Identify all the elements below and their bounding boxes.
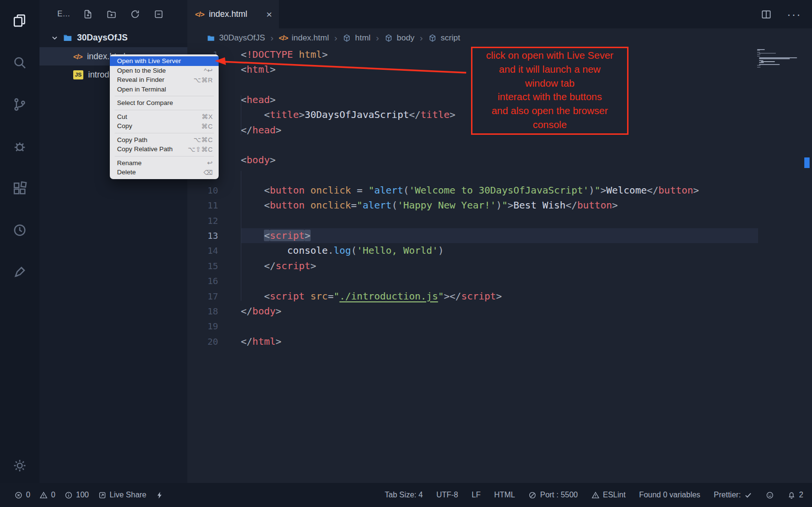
status-item-html[interactable]: HTML [494, 491, 515, 499]
line-number-17[interactable]: 17 [187, 289, 241, 304]
timeline-icon[interactable] [12, 222, 27, 238]
line-number-18[interactable]: 18 [187, 304, 241, 319]
line-number-12[interactable]: 12 [187, 213, 241, 228]
menu-separator [115, 133, 214, 133]
menu-separator [115, 156, 214, 156]
status-item-utf-8[interactable]: UTF-8 [436, 491, 458, 499]
breadcrumb-label: html [355, 33, 370, 43]
menu-item-shortcut: ⌥⇧⌘C [188, 145, 213, 153]
indent-guide [241, 95, 241, 135]
code-line-7[interactable] [241, 138, 758, 153]
split-editor-icon[interactable] [761, 9, 772, 20]
new-file-icon[interactable] [83, 9, 93, 19]
breadcrumb-item-index-html[interactable]: </>index.html [279, 33, 329, 43]
line-number-16[interactable]: 16 [187, 273, 241, 288]
status-item-label: Prettier: [714, 491, 741, 499]
menu-item-delete[interactable]: Delete⌫ [110, 168, 219, 177]
line-number-19[interactable]: 19 [187, 319, 241, 334]
activity-bar [0, 0, 39, 483]
annotation-box: click on open with Live Severand it will… [471, 47, 629, 135]
tab-close-icon[interactable]: × [266, 9, 272, 19]
status-item-lf[interactable]: LF [471, 491, 481, 499]
pen-icon[interactable] [12, 264, 27, 280]
menu-item-shortcut: ⌫ [203, 169, 213, 176]
breadcrumb-item-body[interactable]: body [384, 33, 415, 43]
code-line-12[interactable] [241, 213, 758, 228]
status-left: 00100Live Share [14, 491, 164, 499]
breadcrumb-item-script[interactable]: script [428, 33, 460, 43]
status-item-lightning[interactable] [156, 491, 164, 499]
code-line-19[interactable] [241, 319, 758, 334]
status-item-100[interactable]: 100 [65, 491, 89, 499]
code-line-18[interactable]: </body> [241, 304, 758, 319]
refresh-icon[interactable] [130, 9, 140, 19]
menu-item-copy-path[interactable]: Copy Path⌥⌘C [110, 135, 219, 145]
line-number-15[interactable]: 15 [187, 259, 241, 273]
folder-icon [207, 34, 215, 42]
breadcrumb-label: index.html [291, 33, 328, 43]
menu-item-label: Open with Live Server [117, 57, 181, 65]
code-line-13[interactable]: <script> [241, 228, 758, 243]
menu-item-copy[interactable]: Copy⌘C [110, 121, 219, 131]
menu-item-cut[interactable]: Cut⌘X [110, 112, 219, 122]
menu-item-label: Delete [117, 169, 136, 176]
search-icon[interactable] [12, 55, 27, 70]
code-line-17[interactable]: <script src="./introduction.js"></script… [241, 289, 758, 304]
status-item-label: 100 [76, 491, 89, 499]
menu-item-label: Open to the Side [117, 67, 166, 74]
menu-item-open-in-terminal[interactable]: Open in Terminal [110, 85, 219, 94]
menu-item-open-to-the-side[interactable]: Open to the Side^↩ [110, 66, 219, 76]
more-actions-icon[interactable]: ··· [787, 12, 801, 17]
status-item-prettier[interactable]: Prettier: [714, 491, 752, 499]
line-number-11[interactable]: 11 [187, 198, 241, 213]
smiley-icon [766, 491, 774, 499]
menu-item-open-with-live-server[interactable]: Open with Live Server [110, 56, 219, 66]
code-line-16[interactable] [241, 273, 758, 288]
breadcrumb-chevron-icon: › [270, 33, 273, 43]
menu-item-copy-relative-path[interactable]: Copy Relative Path⌥⇧⌘C [110, 144, 219, 154]
code-line-11[interactable]: <button onclick="alert('Happy New Year!'… [241, 198, 758, 213]
collapse-all-icon[interactable] [154, 9, 164, 19]
settings-gear-icon[interactable] [12, 458, 27, 473]
chevron-down-icon [51, 34, 58, 41]
breadcrumb-label: body [397, 33, 415, 43]
status-item-tab-size-4[interactable]: Tab Size: 4 [385, 491, 423, 499]
line-number-10[interactable]: 10 [187, 183, 241, 198]
status-item-live-share[interactable]: Live Share [98, 491, 147, 499]
explorer-icon[interactable] [12, 13, 27, 28]
menu-item-select-for-compare[interactable]: Select for Compare [110, 98, 219, 108]
status-item-2[interactable]: 2 [787, 491, 803, 499]
code-line-8[interactable]: <body> [241, 153, 758, 168]
debug-icon[interactable] [12, 139, 27, 154]
folder-root-row[interactable]: 30DaysOfJS [39, 28, 187, 47]
code-line-10[interactable]: <button onclick = "alert('Welcome to 30D… [241, 183, 758, 198]
minimap-line [757, 67, 801, 68]
status-item-eslint[interactable]: ESLint [591, 491, 626, 499]
new-folder-icon[interactable] [106, 9, 117, 19]
breadcrumb-item-html[interactable]: html [342, 33, 370, 43]
status-item-0[interactable]: 0 [14, 491, 30, 499]
status-item-found-0-variables[interactable]: Found 0 variables [639, 491, 700, 499]
code-line-15[interactable]: </script> [241, 259, 758, 273]
code-line-14[interactable]: console.log('Hello, World') [241, 243, 758, 258]
line-number-20[interactable]: 20 [187, 334, 241, 349]
extensions-icon[interactable] [12, 181, 27, 196]
tab-index-html[interactable]: </> index.html × [187, 0, 279, 28]
source-control-icon[interactable] [12, 97, 27, 112]
menu-item-reveal-in-finder[interactable]: Reveal in Finder⌥⌘R [110, 75, 219, 85]
minimap[interactable] [757, 49, 801, 68]
status-item-smiley[interactable] [766, 491, 774, 499]
warning-icon [591, 491, 600, 499]
code-line-20[interactable]: </html> [241, 334, 758, 349]
breadcrumb-item-30daysofjs[interactable]: 30DaysOfJS [207, 33, 265, 43]
status-item-port-5500[interactable]: Port : 5500 [528, 491, 577, 499]
symbol-icon [384, 34, 393, 42]
status-item-0[interactable]: 0 [39, 491, 55, 499]
line-number-13[interactable]: 13 [187, 228, 241, 243]
menu-item-rename[interactable]: Rename↩ [110, 158, 219, 168]
line-number-14[interactable]: 14 [187, 243, 241, 258]
code-line-9[interactable] [241, 168, 758, 183]
editor-actions: ··· [761, 0, 812, 28]
menu-item-shortcut: ⌘X [201, 113, 213, 120]
status-item-label: Tab Size: 4 [385, 491, 423, 499]
